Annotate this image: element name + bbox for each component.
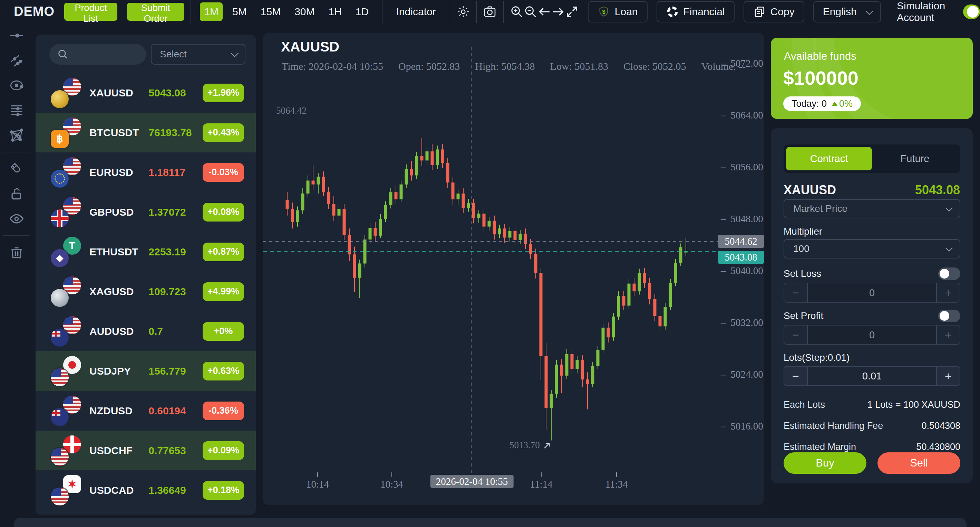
buy-button[interactable]: Buy <box>784 452 866 474</box>
sell-button[interactable]: Sell <box>878 452 960 474</box>
chevron-down-icon <box>231 50 239 57</box>
instrument-price: 109.723 <box>148 286 202 297</box>
submit-order-button[interactable]: Submit Order <box>127 3 185 21</box>
screenshot-camera-icon[interactable] <box>483 2 497 21</box>
chevron-down-icon <box>945 244 953 252</box>
instrument-pair-icon <box>51 78 81 108</box>
info-value: 1 Lots = 100 XAUUSD <box>867 399 960 410</box>
today-change-pill: Today: 0 0% <box>783 96 861 111</box>
xabcd-pattern-tool-icon[interactable] <box>6 125 27 145</box>
silver-icon <box>51 289 69 307</box>
instrument-symbol: EURUSD <box>89 166 148 178</box>
us-icon <box>51 448 69 466</box>
decrease-button[interactable]: − <box>784 326 808 344</box>
watchlist-row-ethusdt[interactable]: ETHUSDT2253.19+0.87% <box>35 232 256 271</box>
y-axis-tick: –5048.00 <box>721 213 763 225</box>
crosshair-time-tag: 2026-02-04 10:55 <box>430 475 514 488</box>
up-triangle-icon <box>832 102 838 106</box>
product-list-button[interactable]: Product List <box>64 3 118 21</box>
x-axis-tick: 11:34 <box>606 479 628 490</box>
chart-annotation: 5013.70 <box>509 440 551 450</box>
set-profit-toggle[interactable] <box>938 310 960 322</box>
candlestick-chart[interactable] <box>263 33 764 505</box>
fullscreen-expand-icon[interactable] <box>565 2 579 21</box>
ellipse-tool-icon[interactable] <box>6 75 27 96</box>
set-profit-value[interactable]: 0 <box>808 326 936 344</box>
financial-button[interactable]: Financial <box>657 1 735 22</box>
magnet-tool-icon[interactable] <box>6 159 27 179</box>
y-axis-tick: –5040.00 <box>721 265 763 276</box>
ohlc-item: Low: 5051.83 <box>550 61 608 72</box>
bottom-panel-edge[interactable] <box>14 517 967 527</box>
zoom-out-icon[interactable] <box>523 2 538 21</box>
set-loss-toggle[interactable] <box>938 267 960 280</box>
instrument-symbol: USDJPY <box>89 365 148 377</box>
uk-icon <box>51 209 69 227</box>
lots-value[interactable]: 0.01 <box>808 367 936 385</box>
instrument-pair-icon <box>51 157 81 188</box>
timeframe-1d[interactable]: 1D <box>352 2 373 21</box>
symbol-search[interactable] <box>49 44 146 65</box>
change-badge: -0.36% <box>203 402 244 420</box>
zoom-in-icon[interactable] <box>510 2 523 21</box>
delete-trash-icon[interactable] <box>6 242 27 263</box>
watchlist-row-gbpusd[interactable]: GBPUSD1.37072+0.08% <box>35 192 256 232</box>
increase-button[interactable]: + <box>936 367 959 385</box>
horizontal-line-tool-icon[interactable] <box>6 25 27 46</box>
loan-button[interactable]: $ Loan <box>588 1 648 22</box>
watchlist-row-audusd[interactable]: AUDUSD0.7+0% <box>35 311 256 351</box>
multiplier-select[interactable]: 100 <box>784 239 960 259</box>
y-axis-tick: –5024.00 <box>721 369 763 380</box>
watchlist-row-usdjpy[interactable]: USDJPY156.779+0.63% <box>35 351 256 391</box>
pan-left-arrow-icon[interactable] <box>538 2 551 21</box>
search-input[interactable] <box>72 49 138 60</box>
drawing-tool-rail <box>0 23 33 527</box>
watchlist-row-usdcad[interactable]: USDCAD1.36649+0.18% <box>35 470 256 510</box>
instrument-price: 2253.19 <box>148 246 202 258</box>
watchlist-row-btcusdt[interactable]: BTCUSDT76193.78+0.43% <box>35 113 256 152</box>
watchlist-row-eurusd[interactable]: EURUSD1.18117-0.03% <box>35 152 256 192</box>
decrease-button[interactable]: − <box>784 367 808 385</box>
instrument-pair-icon <box>51 475 81 506</box>
settings-gear-icon[interactable] <box>457 2 470 21</box>
unlock-tool-icon[interactable] <box>6 184 27 204</box>
watchlist-row-xauusd[interactable]: XAUUSD5043.08+1.96% <box>35 73 256 113</box>
timeframe-30m[interactable]: 30M <box>290 2 318 21</box>
pan-right-arrow-icon[interactable] <box>551 2 565 21</box>
us-icon <box>51 368 69 386</box>
category-select[interactable]: Select <box>151 44 245 65</box>
chart-symbol-title: XAUUSD <box>281 39 339 54</box>
watchlist-row-xagusd[interactable]: XAGUSD109.723+4.99% <box>35 271 256 311</box>
instrument-pair-icon <box>51 356 81 386</box>
visibility-eye-icon[interactable] <box>6 208 27 229</box>
instrument-price: 1.18117 <box>148 166 202 178</box>
ticket-price: 5043.08 <box>915 183 960 197</box>
watchlist-row-nzdusd[interactable]: NZDUSD0.60194-0.36% <box>35 391 256 431</box>
info-label: Estimated Margin <box>784 442 856 452</box>
change-badge: +1.96% <box>203 84 244 102</box>
ticket-info-row: Estimated Handling Fee0.504308 <box>784 420 960 431</box>
timeframe-15m[interactable]: 15M <box>256 2 285 21</box>
increase-button[interactable]: + <box>936 326 959 344</box>
order-type-select[interactable]: Market Price <box>784 199 960 219</box>
chevron-down-icon <box>865 7 873 15</box>
tab-contract[interactable]: Contract <box>786 147 872 170</box>
x-axis-tick: 11:14 <box>530 479 553 490</box>
fibonacci-tool-icon[interactable] <box>6 100 27 121</box>
simulation-account-toggle[interactable] <box>963 5 980 19</box>
timeframe-5m[interactable]: 5M <box>228 2 251 21</box>
indicator-button[interactable]: Indicator <box>389 6 444 18</box>
increase-button[interactable]: + <box>936 283 959 302</box>
set-loss-value[interactable]: 0 <box>808 283 936 302</box>
trend-lines-tool-icon[interactable] <box>6 50 27 71</box>
financial-label: Financial <box>684 6 725 18</box>
copy-button[interactable]: Copy <box>743 1 804 22</box>
tab-future[interactable]: Future <box>872 147 958 170</box>
decrease-button[interactable]: − <box>784 283 808 302</box>
instrument-price: 1.36649 <box>148 484 202 496</box>
language-select[interactable]: English <box>813 1 881 22</box>
watchlist-row-usdchf[interactable]: USDCHF0.77653+0.09% <box>35 431 256 470</box>
crosshair-price-tag: 5044.62 <box>718 235 764 248</box>
timeframe-1m[interactable]: 1M <box>200 2 223 21</box>
timeframe-1h[interactable]: 1H <box>324 2 345 21</box>
